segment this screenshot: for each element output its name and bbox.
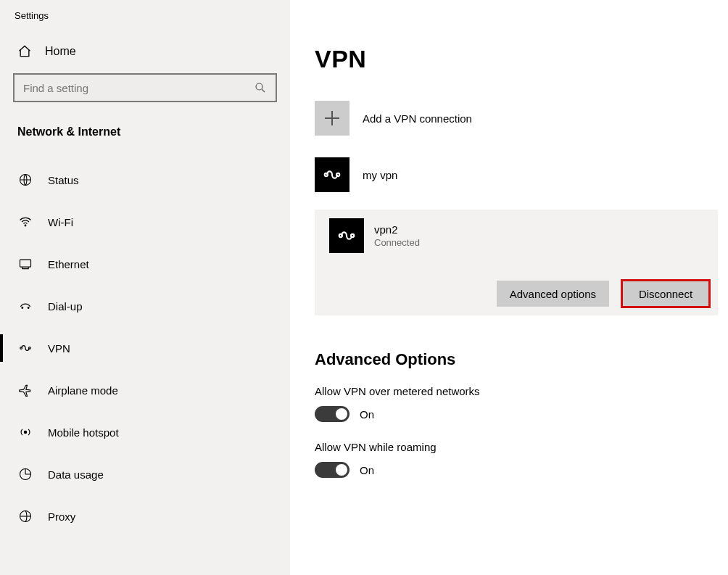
add-vpn-connection[interactable]: Add a VPN connection (315, 96, 718, 140)
vpn-connection-status: Connected (374, 237, 420, 248)
svg-point-0 (256, 83, 262, 90)
home-icon (17, 44, 32, 59)
vpn-connection-icon (329, 218, 364, 253)
option-metered: Allow VPN over metered networks On (315, 385, 718, 422)
sidebar-item-label: Wi-Fi (48, 216, 73, 228)
section-heading: Network & Internet (0, 109, 290, 159)
vpn-connection-name: my vpn (363, 169, 397, 181)
data-usage-icon (17, 466, 33, 482)
vpn-icon (17, 340, 33, 356)
hotspot-icon (17, 424, 33, 440)
vpn-connection-name: vpn2 (374, 223, 420, 236)
sidebar-home[interactable]: Home (0, 34, 290, 69)
svg-point-4 (22, 307, 23, 309)
option-metered-state: On (360, 408, 374, 421)
vpn-connection-vpn2-panel: vpn2 Connected Advanced options Disconne… (315, 210, 718, 315)
svg-point-2 (25, 225, 26, 226)
ethernet-icon (17, 256, 33, 272)
svg-point-7 (29, 347, 31, 349)
sidebar-item-airplane[interactable]: Airplane mode (0, 369, 290, 411)
svg-point-5 (28, 307, 29, 309)
sidebar-item-datausage[interactable]: Data usage (0, 453, 290, 495)
add-vpn-label: Add a VPN connection (363, 112, 472, 125)
proxy-icon (17, 508, 33, 524)
sidebar-item-hotspot[interactable]: Mobile hotspot (0, 411, 290, 453)
search-input[interactable] (23, 82, 254, 94)
option-roaming-toggle[interactable] (315, 462, 349, 478)
sidebar-item-label: Proxy (48, 510, 75, 523)
sidebar: Settings Home Network & Internet Status (0, 0, 290, 575)
svg-point-8 (24, 431, 26, 433)
sidebar-item-label: Ethernet (48, 258, 89, 270)
svg-point-14 (351, 234, 354, 237)
search-icon (254, 81, 267, 94)
advanced-options-button[interactable]: Advanced options (497, 281, 609, 307)
sidebar-item-status[interactable]: Status (0, 159, 290, 201)
vpn-connection-vpn2[interactable]: vpn2 Connected (329, 218, 709, 253)
search-box[interactable] (13, 73, 277, 102)
sidebar-item-vpn[interactable]: VPN (0, 327, 290, 369)
advanced-options-heading: Advanced Options (315, 350, 718, 369)
svg-rect-3 (20, 260, 31, 267)
option-metered-label: Allow VPN over metered networks (315, 385, 718, 397)
sidebar-item-label: Dial-up (48, 300, 83, 313)
main-panel: VPN Add a VPN connection my vpn (290, 0, 728, 575)
svg-point-11 (325, 173, 328, 176)
dialup-icon (17, 298, 33, 314)
svg-point-12 (336, 173, 339, 176)
sidebar-nav: Status Wi-Fi Ethernet (0, 159, 290, 537)
airplane-icon (17, 382, 33, 398)
sidebar-item-wifi[interactable]: Wi-Fi (0, 201, 290, 243)
sidebar-item-dialup[interactable]: Dial-up (0, 285, 290, 327)
vpn-connection-icon (315, 157, 349, 192)
sidebar-home-label: Home (45, 45, 76, 58)
vpn-connection-actions: Advanced options Disconnect (329, 281, 709, 307)
option-roaming-state: On (360, 464, 374, 476)
svg-point-6 (20, 347, 22, 349)
option-metered-toggle[interactable] (315, 406, 349, 422)
disconnect-button[interactable]: Disconnect (622, 281, 709, 307)
sidebar-item-label: VPN (48, 342, 70, 355)
globe-icon (17, 172, 33, 188)
sidebar-item-ethernet[interactable]: Ethernet (0, 243, 290, 285)
vpn-connection-myvpn[interactable]: my vpn (315, 153, 718, 197)
sidebar-item-label: Status (48, 174, 79, 186)
app-title: Settings (0, 6, 290, 34)
page-title: VPN (315, 45, 718, 73)
sidebar-item-label: Data usage (48, 468, 104, 481)
svg-point-13 (339, 234, 342, 237)
option-roaming-label: Allow VPN while roaming (315, 441, 718, 453)
sidebar-item-label: Airplane mode (48, 384, 118, 397)
option-roaming: Allow VPN while roaming On (315, 441, 718, 478)
plus-icon (315, 101, 349, 136)
sidebar-item-proxy[interactable]: Proxy (0, 495, 290, 537)
sidebar-item-label: Mobile hotspot (48, 426, 119, 439)
wifi-icon (17, 214, 33, 230)
